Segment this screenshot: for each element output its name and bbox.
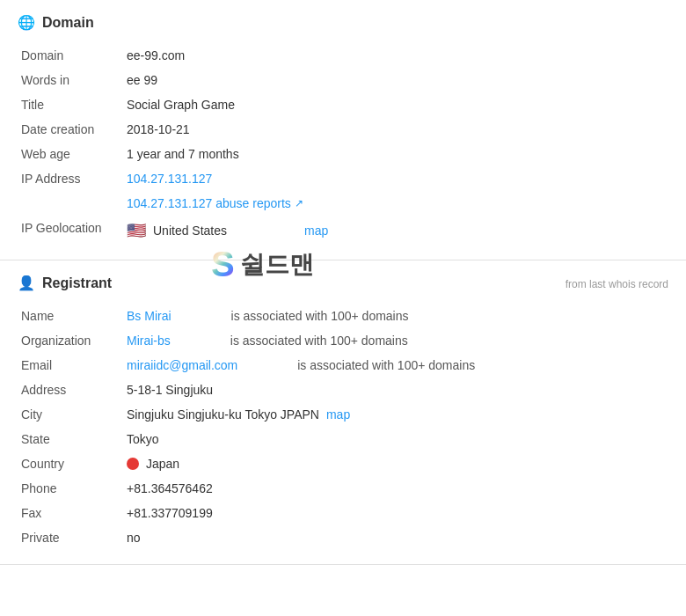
value-ip-geolocation: 🇺🇸 United States map	[123, 216, 668, 246]
table-row: Private no	[18, 525, 668, 550]
table-row: Email miraiidc@gmail.com is associated w…	[18, 353, 668, 378]
registrant-section-header: 👤 Registrant from last whois record	[18, 275, 668, 304]
name-assoc-text: is associated with 100+ domains	[231, 309, 409, 323]
table-row: Title Social Graph Game	[18, 92, 668, 117]
label-address: Address	[18, 378, 123, 402]
value-city: Singjuku Singjuku-ku Tokyo JPAPN map	[123, 402, 668, 427]
label-ip-geolocation: IP Geolocation	[18, 216, 123, 246]
registrant-info-table: Name Bs Mirai is associated with 100+ do…	[18, 304, 668, 550]
value-country: Japan	[123, 451, 668, 476]
value-email: miraiidc@gmail.com is associated with 10…	[123, 353, 668, 378]
value-fax: +81.337709199	[123, 501, 668, 525]
table-row: Domain ee-99.com	[18, 43, 668, 68]
email-row: miraiidc@gmail.com is associated with 10…	[127, 358, 665, 372]
value-web-age: 1 year and 7 months	[123, 142, 668, 166]
table-row: Date creation 2018-10-21	[18, 117, 668, 142]
domain-info-table: Domain ee-99.com Words in ee 99 Title So…	[18, 43, 668, 246]
value-phone: +81.364576462	[123, 476, 668, 501]
table-row: City Singjuku Singjuku-ku Tokyo JPAPN ma…	[18, 402, 668, 427]
table-row: IP Geolocation 🇺🇸 United States map	[18, 216, 668, 246]
ip-geo-cell: 🇺🇸 United States map	[127, 221, 665, 240]
us-flag-icon: 🇺🇸	[127, 221, 146, 240]
name-row: Bs Mirai is associated with 100+ domains	[127, 309, 665, 323]
organization-link[interactable]: Mirai-bs	[127, 334, 171, 348]
registrant-section-title: 👤 Registrant	[18, 275, 112, 291]
label-empty	[18, 191, 123, 216]
label-date-creation: Date creation	[18, 117, 123, 142]
person-icon: 👤	[18, 275, 35, 291]
abuse-reports-link[interactable]: 104.27.131.127 abuse reports ↗	[127, 196, 665, 210]
table-row: Country Japan	[18, 451, 668, 476]
label-words-in: Words in	[18, 68, 123, 92]
table-row: State Tokyo	[18, 427, 668, 451]
org-row: Mirai-bs is associated with 100+ domains	[127, 334, 665, 348]
country-cell: Japan	[127, 457, 665, 471]
value-words-in: ee 99	[123, 68, 668, 92]
geolocation-map-link[interactable]: map	[304, 224, 328, 238]
globe-icon: 🌐	[18, 14, 35, 31]
domain-section: 🌐 Domain Domain ee-99.com Words in ee 99…	[0, 0, 686, 260]
japan-flag-icon	[127, 458, 139, 470]
table-row: Fax +81.337709199	[18, 501, 668, 525]
table-row: 104.27.131.127 abuse reports ↗	[18, 191, 668, 216]
table-row: Organization Mirai-bs is associated with…	[18, 328, 668, 353]
label-domain: Domain	[18, 43, 123, 68]
name-link[interactable]: Bs Mirai	[127, 309, 172, 323]
ip-address-link[interactable]: 104.27.131.127	[127, 172, 212, 186]
table-row: Name Bs Mirai is associated with 100+ do…	[18, 304, 668, 328]
country-text: Japan	[146, 457, 179, 471]
city-cell: Singjuku Singjuku-ku Tokyo JPAPN map	[127, 407, 665, 422]
value-name: Bs Mirai is associated with 100+ domains	[123, 304, 668, 328]
label-ip-address: IP Address	[18, 166, 123, 191]
value-domain: ee-99.com	[123, 43, 668, 68]
label-title: Title	[18, 92, 123, 117]
label-email: Email	[18, 353, 123, 378]
registrant-section: 👤 Registrant from last whois record Name…	[0, 260, 686, 565]
table-row: Words in ee 99	[18, 68, 668, 92]
city-map-link[interactable]: map	[326, 407, 350, 422]
email-assoc-text: is associated with 100+ domains	[297, 358, 475, 372]
value-abuse-link: 104.27.131.127 abuse reports ↗	[123, 191, 668, 216]
table-row: Address 5-18-1 Singjuku	[18, 378, 668, 402]
label-phone: Phone	[18, 476, 123, 501]
table-row: IP Address 104.27.131.127	[18, 166, 668, 191]
domain-title-text: Domain	[42, 15, 94, 31]
geolocation-text: United States	[153, 224, 227, 238]
value-title: Social Graph Game	[123, 92, 668, 117]
label-organization: Organization	[18, 328, 123, 353]
email-link[interactable]: miraiidc@gmail.com	[127, 358, 237, 372]
table-row: Phone +81.364576462	[18, 476, 668, 501]
org-assoc-text: is associated with 100+ domains	[230, 334, 408, 348]
city-text: Singjuku Singjuku-ku Tokyo JPAPN	[127, 407, 319, 422]
external-link-icon: ↗	[295, 197, 303, 209]
label-name: Name	[18, 304, 123, 328]
value-organization: Mirai-bs is associated with 100+ domains	[123, 328, 668, 353]
abuse-link-text: 104.27.131.127 abuse reports	[127, 196, 291, 210]
value-state: Tokyo	[123, 427, 668, 451]
label-city: City	[18, 402, 123, 427]
label-fax: Fax	[18, 501, 123, 525]
value-address: 5-18-1 Singjuku	[123, 378, 668, 402]
from-record-label: from last whois record	[566, 278, 668, 290]
page-wrapper: 🌐 Domain Domain ee-99.com Words in ee 99…	[0, 0, 686, 565]
label-country: Country	[18, 451, 123, 476]
label-state: State	[18, 427, 123, 451]
label-web-age: Web age	[18, 142, 123, 166]
value-private: no	[123, 525, 668, 550]
label-private: Private	[18, 525, 123, 550]
domain-section-title: 🌐 Domain	[18, 14, 668, 31]
registrant-title-text: Registrant	[42, 275, 112, 291]
value-ip-address: 104.27.131.127	[123, 166, 668, 191]
value-date-creation: 2018-10-21	[123, 117, 668, 142]
table-row: Web age 1 year and 7 months	[18, 142, 668, 166]
